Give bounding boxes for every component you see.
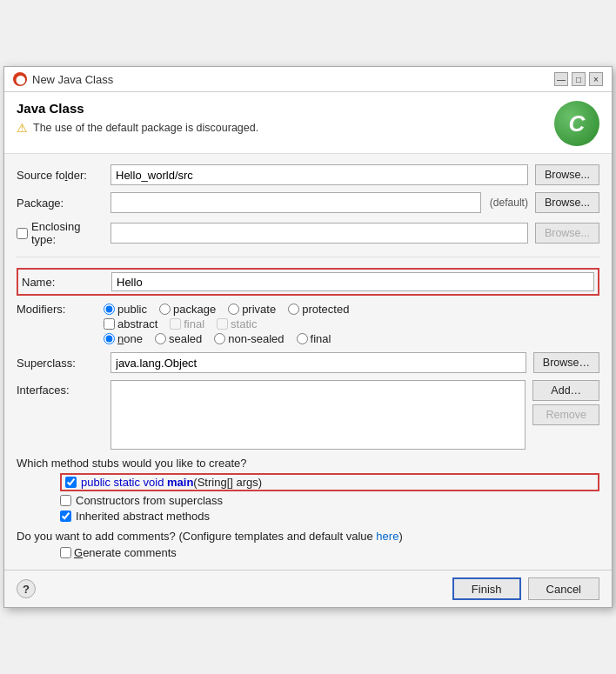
final-checkbox[interactable] [170, 318, 181, 330]
modifier-final2[interactable]: final [297, 332, 331, 345]
generate-comments-text: Generate comments [74, 546, 177, 559]
browse-package-button[interactable]: Browse... [535, 192, 599, 213]
final-label: final [184, 317, 204, 330]
enclosing-type-row: Enclosing type: Browse... [17, 220, 599, 246]
sealed-radio[interactable] [155, 333, 166, 344]
comments-section: Do you want to add comments? (Configure … [17, 530, 599, 559]
warning-row: ⚠ The use of the default package is disc… [17, 121, 258, 135]
final2-radio[interactable] [297, 333, 308, 344]
method-section: Which method stubs would you like to cre… [17, 457, 599, 523]
static-label: static [231, 317, 257, 330]
method-options: public static void main(String[] args) C… [17, 473, 599, 523]
sealed-label: sealed [169, 332, 202, 345]
comments-option: Generate comments [17, 546, 599, 559]
constructors-option[interactable]: Constructors from superclass [60, 494, 599, 507]
modifier-private[interactable]: private [228, 303, 276, 316]
maximize-button[interactable]: □ [572, 72, 586, 86]
modifiers-sealed-group: none sealed non-sealed final [104, 332, 331, 345]
main-checkbox[interactable] [65, 477, 77, 488]
main-keyword-public: public static void [81, 476, 167, 489]
form-body: Source folder: Browse... Package: (defau… [4, 154, 612, 570]
protected-label: protected [302, 303, 349, 316]
source-folder-row: Source folder: Browse... [17, 164, 599, 185]
public-label: public [117, 303, 147, 316]
main-method-option[interactable]: public static void main(String[] args) [60, 473, 599, 491]
source-folder-input[interactable] [110, 164, 528, 185]
name-input[interactable] [111, 272, 594, 291]
interfaces-section: Interfaces: Add… Remove [17, 380, 599, 450]
public-radio[interactable] [104, 304, 115, 315]
modifier-package[interactable]: package [159, 303, 216, 316]
comments-question: Do you want to add comments? (Configure … [17, 530, 599, 543]
interfaces-label: Interfaces: [17, 380, 104, 450]
source-folder-label: Source folder: [17, 169, 104, 182]
warning-icon: ⚠ [17, 121, 28, 135]
interfaces-list[interactable] [110, 380, 526, 450]
modifier-sealed[interactable]: sealed [155, 332, 202, 345]
modifiers-row-2: abstract final static [17, 317, 599, 330]
minimize-button[interactable]: — [554, 72, 568, 86]
package-default-label: (default) [490, 197, 528, 209]
comments-question-pre: Do you want to add comments? (Configure … [17, 530, 376, 543]
package-radio[interactable] [159, 304, 171, 315]
package-label: Package: [17, 197, 104, 210]
inherited-label: Inherited abstract methods [76, 510, 210, 523]
browse-source-button[interactable]: Browse... [535, 164, 599, 185]
enclosing-type-label: Enclosing type: [17, 220, 104, 246]
private-radio[interactable] [228, 304, 239, 315]
add-interface-button[interactable]: Add… [532, 380, 599, 401]
remove-interface-button[interactable]: Remove [532, 404, 599, 425]
none-radio[interactable] [104, 333, 115, 344]
abstract-checkbox[interactable] [104, 318, 115, 330]
constructors-checkbox[interactable] [60, 495, 71, 506]
main-method-text: public static void main(String[] args) [81, 476, 262, 489]
superclass-row: Superclass: Browse… [17, 352, 599, 373]
constructors-label: Constructors from superclass [76, 494, 223, 507]
title-bar: ⬤ New Java Class — □ × [4, 67, 612, 92]
interfaces-buttons: Add… Remove [532, 380, 599, 450]
modifier-public[interactable]: public [104, 303, 147, 316]
enclosing-type-input[interactable] [110, 223, 528, 244]
browse-enclosing-button[interactable]: Browse... [535, 223, 599, 244]
warning-text: The use of the default package is discou… [33, 122, 258, 134]
inherited-option[interactable]: Inherited abstract methods [60, 510, 599, 523]
help-button[interactable]: ? [17, 579, 36, 598]
modifiers-section: Modifiers: public package private [17, 303, 599, 345]
package-input[interactable] [110, 192, 481, 213]
protected-radio[interactable] [288, 304, 299, 315]
title-controls: — □ × [554, 72, 603, 86]
modifier-none[interactable]: none [104, 332, 143, 345]
none-label: none [117, 332, 143, 345]
title-icon: ⬤ [13, 72, 27, 86]
title-text: New Java Class [32, 73, 113, 86]
non-sealed-radio[interactable] [214, 333, 225, 344]
new-java-class-dialog: ⬤ New Java Class — □ × Java Class ⚠ The … [3, 66, 613, 608]
content-header-left: Java Class ⚠ The use of the default pack… [17, 101, 258, 135]
name-row: Name: [17, 268, 599, 296]
modifier-abstract[interactable]: abstract [104, 317, 157, 330]
java-class-title: Java Class [17, 101, 258, 116]
superclass-input[interactable] [110, 352, 526, 373]
bottom-right-buttons: Finish Cancel [452, 577, 599, 600]
generate-comments-label[interactable]: Generate comments [60, 546, 177, 559]
close-button[interactable]: × [589, 72, 603, 86]
modifiers-row-1: Modifiers: public package private [17, 303, 599, 316]
inherited-checkbox[interactable] [60, 511, 71, 522]
method-question: Which method stubs would you like to cre… [17, 457, 599, 470]
browse-superclass-button[interactable]: Browse… [533, 352, 599, 373]
generate-comments-checkbox[interactable] [60, 547, 71, 558]
modifier-protected[interactable]: protected [288, 303, 349, 316]
enclosing-type-checkbox[interactable] [17, 228, 28, 239]
modifiers-label: Modifiers: [17, 303, 104, 316]
static-checkbox[interactable] [217, 318, 228, 330]
comments-question-post: ) [398, 530, 402, 543]
modifier-non-sealed[interactable]: non-sealed [214, 332, 284, 345]
finish-button[interactable]: Finish [452, 577, 521, 600]
modifier-final[interactable]: final [170, 317, 204, 330]
comments-here-link[interactable]: here [376, 530, 398, 543]
modifiers-visibility-group: public package private protected [104, 303, 349, 316]
bottom-bar: ? Finish Cancel [4, 570, 612, 607]
modifier-static[interactable]: static [217, 317, 257, 330]
package-label: package [173, 303, 216, 316]
cancel-button[interactable]: Cancel [528, 577, 599, 600]
